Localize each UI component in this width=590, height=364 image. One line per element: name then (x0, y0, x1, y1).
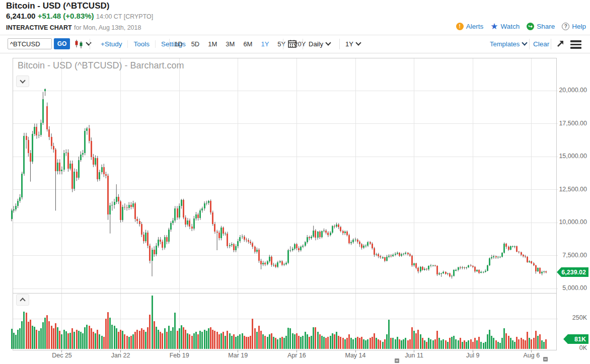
price-axis-label: 5,000.00 (558, 284, 587, 292)
price-chart-canvas[interactable] (0, 0, 590, 364)
last-volume-badge: 81K (563, 334, 588, 344)
date-axis-label: Jan 22 (105, 352, 137, 359)
scroll-handle[interactable] (543, 357, 548, 361)
date-axis-label: Feb 19 (163, 352, 195, 359)
date-axis-label: Apr 16 (280, 352, 313, 359)
price-axis-label: 12,500.00 (558, 186, 587, 193)
chart-watermark: Bitcoin - USD (^BTCUSD) - Barchart.com (18, 60, 184, 71)
chevron-up-icon (20, 298, 25, 303)
price-axis-label: 20,000.00 (558, 87, 587, 94)
chevron-down-icon (20, 78, 25, 83)
interactive-chart-page: Bitcoin - USD (^BTCUSD) 6,241.00 +51.48 … (0, 0, 590, 364)
date-axis-label: Jul 9 (457, 352, 489, 359)
date-axis-label: Dec 25 (46, 352, 78, 359)
collapse-price-pane-button[interactable] (16, 76, 29, 87)
price-axis-label: 10,000.00 (558, 219, 587, 226)
price-axis-label: 15,000.00 (558, 153, 587, 160)
price-axis-label: 7,500.00 (558, 252, 587, 259)
volume-axis-label: 0K (558, 344, 587, 351)
scroll-handle[interactable] (395, 358, 399, 363)
date-axis-label: Mar 19 (222, 352, 254, 359)
collapse-volume-pane-button[interactable] (16, 294, 29, 306)
date-axis-label: Jun 11 (398, 352, 430, 359)
date-axis-label: May 14 (339, 352, 372, 359)
volume-axis-label: 250K (558, 314, 587, 321)
price-axis-label: 17,500.00 (558, 120, 587, 127)
last-price-badge: 6,239.02 (557, 267, 588, 277)
